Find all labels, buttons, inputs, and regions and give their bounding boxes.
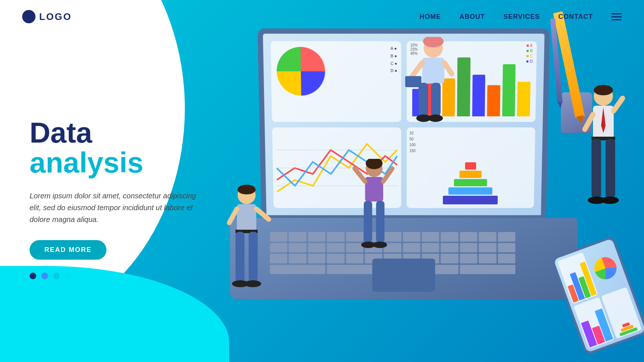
svg-rect-15: [365, 177, 383, 202]
svg-point-23: [238, 185, 256, 194]
dot-1[interactable]: [30, 273, 36, 279]
title-data: Data: [30, 118, 207, 147]
dot-2[interactable]: [41, 273, 48, 279]
dot-4[interactable]: [65, 273, 72, 279]
person-standing-right: [574, 85, 633, 203]
read-more-button[interactable]: READ MORE: [30, 240, 106, 260]
title-analysis: analysis: [30, 147, 207, 179]
phone-chart-2: [591, 254, 620, 282]
hero-description: Lorem ipsum dolor sit amet, consectetur …: [30, 190, 207, 225]
svg-rect-28: [235, 232, 244, 282]
dot-3[interactable]: [53, 273, 60, 279]
svg-rect-40: [606, 139, 615, 198]
title-data-text: Data: [30, 116, 92, 149]
nav-services[interactable]: SERVICES: [504, 13, 540, 21]
nav-home[interactable]: HOME: [420, 13, 441, 21]
person-touching-screen: [348, 159, 400, 262]
svg-line-6: [411, 63, 422, 78]
svg-line-37: [585, 115, 593, 129]
svg-rect-9: [418, 83, 428, 116]
person-sitting: [396, 37, 455, 122]
hero-content: Data analysis Lorem ipsum dolor sit amet…: [30, 118, 207, 279]
logo-text: LOGO: [39, 11, 72, 23]
svg-point-42: [601, 197, 619, 204]
nav-contact[interactable]: CONTACT: [558, 13, 593, 21]
logo-area: LOGO: [22, 10, 72, 23]
phone-screen: [553, 238, 644, 352]
svg-rect-29: [249, 232, 258, 282]
svg-line-7: [444, 63, 452, 74]
svg-point-12: [428, 115, 443, 122]
svg-rect-18: [364, 201, 372, 243]
pie-chart: [276, 47, 325, 96]
nav-about[interactable]: ABOUT: [460, 13, 485, 21]
header: LOGO HOME ABOUT SERVICES CONTACT: [0, 0, 644, 33]
person-left-figure: [219, 185, 274, 303]
svg-line-36: [614, 98, 623, 111]
svg-point-21: [373, 242, 387, 248]
title-analysis-text: analysis: [30, 146, 143, 179]
svg-point-31: [244, 280, 261, 287]
svg-rect-39: [592, 139, 601, 198]
carousel-dots: [30, 273, 207, 279]
person-right-figure: [574, 85, 633, 218]
svg-rect-10: [431, 83, 441, 116]
person-standing-left: [219, 185, 274, 296]
svg-point-33: [594, 85, 613, 95]
pyramid-chart: [410, 131, 531, 204]
hero-illustration: A ●B ●C ●D ● ■ A ■ B ■ C ■ D: [200, 0, 644, 362]
svg-line-16: [355, 168, 365, 181]
svg-line-17: [383, 168, 393, 181]
person-sitting-figure: [396, 37, 455, 133]
svg-line-25: [256, 209, 269, 219]
svg-rect-24: [237, 204, 257, 232]
hamburger-menu[interactable]: [611, 13, 622, 20]
svg-line-26: [229, 209, 237, 223]
svg-rect-5: [422, 58, 444, 83]
touchpad: [372, 259, 435, 292]
person-touching-figure: [348, 159, 400, 262]
navigation: HOME ABOUT SERVICES CONTACT: [420, 13, 622, 21]
smartphone: [551, 236, 644, 356]
pyramid-chart-area: 1050100150: [406, 127, 535, 208]
pie-chart-area: A ●B ●C ●D ●: [271, 41, 401, 122]
logo-icon: [22, 10, 35, 23]
svg-rect-19: [376, 201, 384, 243]
laptop-base: [230, 218, 577, 299]
